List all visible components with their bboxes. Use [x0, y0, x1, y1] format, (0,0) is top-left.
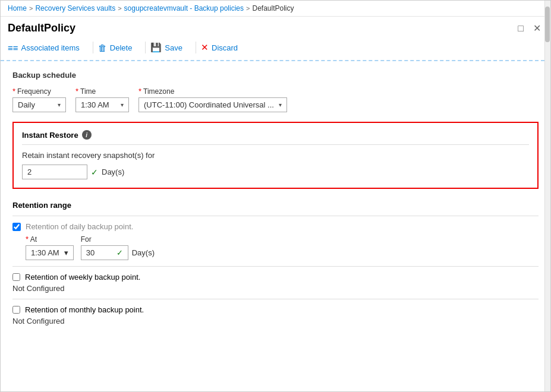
- associated-items-icon: ≡≡: [8, 43, 18, 53]
- breadcrumb-current: DefaultPolicy: [252, 4, 294, 12]
- frequency-select[interactable]: Daily ▾: [12, 97, 66, 112]
- daily-at-label: * At: [26, 235, 74, 244]
- discard-label: Discard: [212, 43, 238, 52]
- daily-at-select[interactable]: 1:30 AM ▾: [26, 245, 74, 260]
- daily-at-value: 1:30 AM: [31, 248, 59, 257]
- daily-at-for-row: * At 1:30 AM ▾ For 30 ✓ Da: [26, 235, 539, 260]
- retain-label: Retain instant recovery snapshot(s) for: [22, 151, 529, 160]
- breadcrumb-sep-2: >: [118, 5, 121, 12]
- frequency-value: Daily: [18, 100, 35, 109]
- delete-label: Delete: [110, 43, 133, 52]
- breadcrumb-vault[interactable]: sogupcreatevmvault - Backup policies: [124, 4, 244, 12]
- daily-for-check-icon: ✓: [117, 248, 123, 257]
- timezone-select[interactable]: (UTC-11:00) Coordinated Universal ... ▾: [138, 97, 287, 112]
- instant-restore-input-row: ✓ Day(s): [22, 165, 529, 179]
- weekly-checkbox-row: Retention of weekly backup point.: [12, 273, 539, 282]
- weekly-checkbox-label: Retention of weekly backup point.: [25, 273, 140, 282]
- daily-checkbox[interactable]: [12, 223, 21, 231]
- discard-icon: ✕: [201, 42, 209, 53]
- time-group: * Time 1:30 AM ▾: [75, 87, 129, 112]
- retention-title: Retention range: [12, 198, 539, 210]
- daily-for-select[interactable]: 30 ✓: [81, 245, 128, 260]
- associated-items-label: Associated items: [21, 43, 80, 52]
- daily-for-label: For: [81, 235, 155, 244]
- time-select[interactable]: 1:30 AM ▾: [75, 97, 129, 112]
- instant-restore-header: Instant Restore i: [22, 130, 529, 145]
- time-value: 1:30 AM: [81, 100, 109, 109]
- breadcrumb-sep-1: >: [29, 5, 33, 12]
- monthly-checkbox-row: Retention of monthly backup point.: [12, 305, 539, 314]
- instant-restore-input[interactable]: [22, 165, 87, 179]
- scrollbar[interactable]: [544, 1, 550, 391]
- backup-schedule-row: * Frequency Daily ▾ * Time 1:30 AM ▾: [12, 87, 539, 112]
- instant-restore-check-icon: ✓: [91, 167, 98, 177]
- backup-schedule-title: Backup schedule: [12, 71, 539, 80]
- breadcrumb-sep-3: >: [246, 5, 250, 12]
- breadcrumb: Home > Recovery Services vaults > sogupc…: [1, 1, 550, 17]
- toolbar-sep-3: [196, 42, 196, 53]
- time-chevron: ▾: [121, 102, 124, 108]
- associated-items-button[interactable]: ≡≡ Associated items: [8, 40, 86, 55]
- page-title: DefaultPolicy: [8, 22, 75, 34]
- frequency-group: * Frequency Daily ▾: [12, 87, 66, 112]
- toolbar-sep-2: [145, 42, 146, 53]
- retention-divider-top: [12, 216, 539, 216]
- daily-checkbox-row: Retention of daily backup point.: [12, 222, 539, 231]
- weekly-not-configured: Not Configured: [12, 284, 539, 293]
- instant-restore-title: Instant Restore: [22, 131, 78, 140]
- save-icon: 💾: [150, 42, 162, 53]
- time-label: * Time: [75, 87, 129, 96]
- delete-button[interactable]: 🗑 Delete: [98, 40, 138, 55]
- daily-for-group: For 30 ✓ Day(s): [81, 235, 155, 260]
- frequency-label: * Frequency: [12, 87, 66, 96]
- instant-restore-days: Day(s): [102, 167, 124, 176]
- frequency-required: *: [12, 87, 15, 96]
- instant-restore-box: Instant Restore i Retain instant recover…: [12, 122, 539, 189]
- frequency-chevron: ▾: [58, 102, 61, 108]
- instant-restore-info-icon[interactable]: i: [82, 130, 92, 140]
- toolbar: ≡≡ Associated items 🗑 Delete 💾 Save ✕ Di…: [1, 37, 550, 61]
- timezone-label: * Timezone: [138, 87, 287, 96]
- monthly-not-configured: Not Configured: [12, 317, 539, 325]
- breadcrumb-recovery[interactable]: Recovery Services vaults: [35, 4, 115, 12]
- title-bar: DefaultPolicy □ ✕: [1, 17, 550, 37]
- timezone-value: (UTC-11:00) Coordinated Universal ...: [144, 100, 274, 109]
- monthly-checkbox[interactable]: [12, 306, 20, 314]
- discard-button[interactable]: ✕ Discard: [201, 40, 244, 55]
- scrollbar-thumb: [545, 7, 550, 42]
- timezone-chevron: ▾: [279, 102, 282, 108]
- daily-at-chevron: ▾: [64, 248, 68, 257]
- timezone-required: *: [138, 87, 141, 96]
- timezone-group: * Timezone (UTC-11:00) Coordinated Unive…: [138, 87, 287, 112]
- daily-days-label: Day(s): [132, 248, 155, 257]
- save-label: Save: [165, 43, 182, 52]
- time-required: *: [75, 87, 78, 96]
- retention-section: Retention range Retention of daily backu…: [12, 198, 539, 325]
- weekly-checkbox[interactable]: [12, 273, 20, 281]
- daily-checkbox-label: Retention of daily backup point.: [26, 222, 133, 231]
- delete-icon: 🗑: [98, 43, 107, 53]
- close-button[interactable]: ✕: [531, 21, 543, 35]
- save-button[interactable]: 💾 Save: [150, 40, 188, 55]
- title-actions: □ ✕: [515, 21, 543, 35]
- daily-at-required: *: [26, 235, 29, 244]
- weekly-divider: [12, 266, 539, 267]
- main-panel: Home > Recovery Services vaults > sogupc…: [0, 0, 551, 392]
- toolbar-sep-1: [93, 42, 93, 53]
- content-area: Backup schedule * Frequency Daily ▾ * Ti…: [1, 61, 550, 340]
- breadcrumb-home[interactable]: Home: [8, 4, 27, 12]
- minimize-button[interactable]: □: [515, 22, 526, 35]
- daily-for-value: 30: [86, 248, 95, 257]
- daily-at-group: * At 1:30 AM ▾: [26, 235, 74, 260]
- monthly-checkbox-label: Retention of monthly backup point.: [25, 305, 144, 314]
- monthly-divider: [12, 299, 539, 299]
